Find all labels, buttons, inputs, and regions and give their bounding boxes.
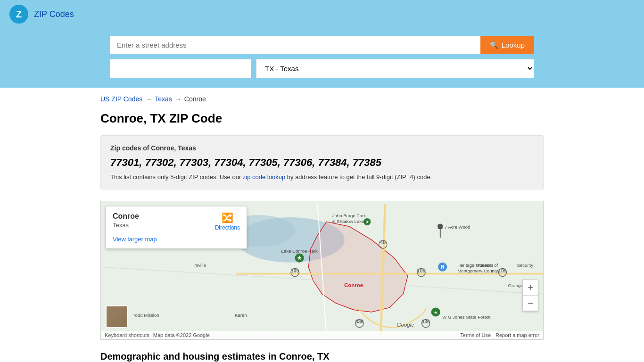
site-header: Z ZIP Codes: [0, 0, 644, 28]
zip-lookup-link[interactable]: zip code lookup: [243, 173, 285, 181]
site-logo: Z: [9, 5, 28, 24]
svg-text:W G Jones State Forest: W G Jones State Forest: [442, 314, 490, 320]
directions-icon: 🔀: [222, 212, 233, 223]
site-name-link[interactable]: ZIP Codes: [34, 9, 74, 19]
terms-of-use-link[interactable]: Terms of Use: [460, 332, 491, 338]
keyboard-shortcuts-link[interactable]: Keyboard shortcuts: [105, 332, 149, 338]
city-state-row: Conroe TX - Texas AL - Alabama AK - Alas…: [110, 59, 534, 78]
svg-text:Todd Mission: Todd Mission: [133, 313, 159, 318]
zoom-in-button[interactable]: +: [523, 280, 538, 295]
zip-codes-list: 77301, 77302, 77303, 77304, 77305, 77306…: [110, 156, 534, 169]
map-card-city: Conroe: [113, 212, 139, 221]
svg-text:at Shadow Lakes: at Shadow Lakes: [332, 219, 367, 224]
svg-text:Karen: Karen: [235, 313, 247, 318]
svg-text:★: ★: [434, 310, 438, 315]
zip-box-title: Zip codes of Conroe, Texas: [110, 144, 534, 152]
breadcrumb: US ZIP Codes → Texas → Conroe: [100, 95, 544, 103]
breadcrumb-state[interactable]: Texas: [155, 95, 172, 103]
svg-text:H: H: [441, 264, 445, 270]
map-thumbnail[interactable]: [106, 305, 128, 328]
svg-point-26: [438, 223, 443, 229]
map-background[interactable]: 45 105 105 105 336 336 H ★: [101, 201, 543, 339]
lookup-label: Lookup: [502, 41, 525, 49]
svg-text:rsville: rsville: [194, 263, 206, 268]
report-map-error-link[interactable]: Report a map error: [495, 332, 539, 338]
main-content: US ZIP Codes → Texas → Conroe Conroe, TX…: [91, 88, 553, 362]
map-thumb-image: [107, 306, 127, 327]
map-footer: Keyboard shortcuts Map data ©2022 Google…: [101, 331, 543, 339]
view-larger-map-link[interactable]: View larger map: [113, 236, 157, 243]
state-select[interactable]: TX - Texas AL - Alabama AK - Alaska AZ -…: [256, 59, 534, 78]
zoom-controls: + −: [522, 280, 538, 311]
page-title: Conroe, TX ZIP Code: [100, 111, 544, 126]
map-data-label: Map data ©2022 Google: [153, 332, 210, 338]
breadcrumb-city: Conroe: [184, 95, 206, 103]
svg-text:Montgomery County: Montgomery County: [457, 268, 498, 273]
directions-link[interactable]: Directions: [215, 224, 240, 231]
breadcrumb-arrow-2: →: [175, 95, 182, 103]
svg-text:Google: Google: [397, 322, 414, 328]
search-icon: 🔍: [490, 41, 499, 49]
zip-note-after: by address feature to get the full 9-dig…: [285, 173, 432, 181]
city-input[interactable]: Conroe: [110, 59, 251, 78]
address-input[interactable]: [110, 36, 480, 54]
zip-code-box: Zip codes of Conroe, Texas 77301, 77302,…: [100, 135, 544, 189]
zip-box-note: This list contains only 5-digit ZIP code…: [110, 173, 534, 181]
svg-text:★: ★: [297, 255, 302, 261]
search-section: 🔍 Lookup Conroe TX - Texas AL - Alabama …: [0, 28, 644, 88]
zoom-out-button[interactable]: −: [523, 296, 538, 311]
svg-text:Youens: Youens: [477, 263, 492, 268]
lookup-button[interactable]: 🔍 Lookup: [480, 36, 534, 54]
map-card-state: Texas: [113, 222, 139, 229]
svg-text:Conroe: Conroe: [344, 282, 363, 288]
breadcrumb-arrow-1: →: [145, 95, 152, 103]
svg-text:Lake Conroe Park: Lake Conroe Park: [281, 248, 318, 254]
demographic-section-title: Demographic and housing estimates in Con…: [100, 351, 544, 362]
svg-text:John Burge Park: John Burge Park: [332, 213, 366, 218]
map-info-card: Conroe Texas 🔀 Directions View larger ma…: [106, 206, 247, 249]
svg-text:7 Acre Wood: 7 Acre Wood: [445, 224, 471, 230]
map-container: 45 105 105 105 336 336 H ★: [100, 201, 544, 340]
breadcrumb-us-zip-codes[interactable]: US ZIP Codes: [100, 95, 142, 103]
zip-note-before: This list contains only 5-digit ZIP code…: [110, 173, 243, 181]
logo-letter: Z: [16, 9, 22, 20]
map-directions[interactable]: 🔀 Directions: [215, 212, 240, 231]
address-row: 🔍 Lookup: [110, 36, 534, 54]
svg-text:Security: Security: [517, 263, 533, 268]
